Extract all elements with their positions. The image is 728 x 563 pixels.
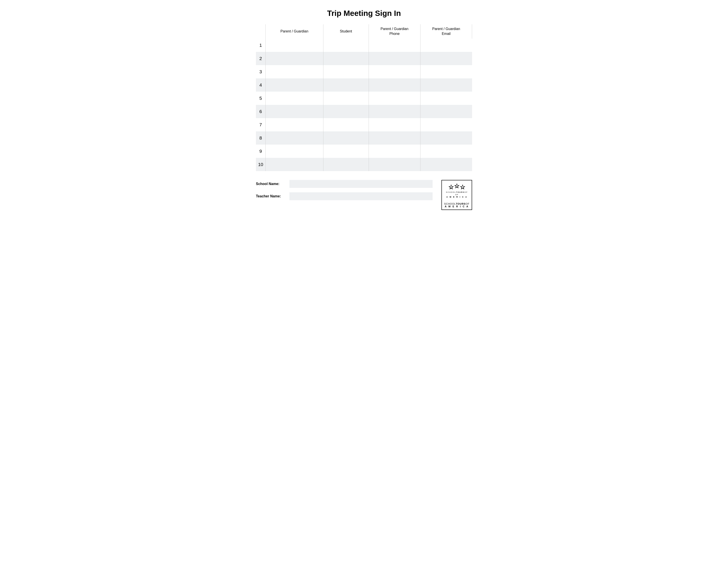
row-number: 5	[256, 92, 266, 105]
student-cell	[323, 105, 369, 118]
teacher-field: Teacher Name:	[256, 192, 433, 200]
header-num	[256, 24, 266, 39]
guardian-cell	[266, 158, 323, 171]
phone-cell	[369, 52, 420, 65]
email-cell	[420, 105, 472, 118]
row-number: 8	[256, 131, 266, 145]
email-cell	[420, 65, 472, 78]
student-cell	[323, 131, 369, 145]
teacher-input[interactable]	[289, 192, 433, 200]
table-row: 5	[256, 92, 472, 105]
header-email: Parent / GuardianEmail	[420, 24, 472, 39]
guardian-cell	[266, 118, 323, 131]
logo: SCHOOLTOURSOF OF A M E R I C A SCHOOLTOU…	[441, 180, 472, 210]
svg-text:A M E R I C A: A M E R I C A	[446, 196, 467, 198]
table-row: 8	[256, 131, 472, 145]
row-number: 1	[256, 39, 266, 52]
svg-text:SCHOOLTOURSOF: SCHOOLTOURSOF	[446, 191, 468, 193]
row-number: 10	[256, 158, 266, 171]
student-cell	[323, 65, 369, 78]
table-row: 9	[256, 145, 472, 158]
email-cell	[420, 145, 472, 158]
student-cell	[323, 158, 369, 171]
page-title: Trip Meeting Sign In	[256, 9, 472, 18]
phone-cell	[369, 158, 420, 171]
phone-cell	[369, 65, 420, 78]
email-cell	[420, 158, 472, 171]
table-row: 6	[256, 105, 472, 118]
guardian-cell	[266, 78, 323, 92]
student-cell	[323, 39, 369, 52]
table-row: 4	[256, 78, 472, 92]
email-cell	[420, 52, 472, 65]
email-cell	[420, 131, 472, 145]
sign-in-table: Parent / Guardian Student Parent / Guard…	[256, 24, 472, 171]
school-input[interactable]	[289, 180, 433, 188]
phone-cell	[369, 131, 420, 145]
logo-text: SCHOOLTOURSOF A M E R I C A	[444, 202, 469, 208]
guardian-cell	[266, 52, 323, 65]
row-number: 2	[256, 52, 266, 65]
guardian-cell	[266, 145, 323, 158]
student-cell	[323, 118, 369, 131]
guardian-cell	[266, 92, 323, 105]
header-phone: Parent / GuardianPhone	[369, 24, 420, 39]
row-number: 6	[256, 105, 266, 118]
school-label: School Name:	[256, 182, 287, 186]
phone-cell	[369, 39, 420, 52]
header-student: Student	[323, 24, 369, 39]
row-number: 3	[256, 65, 266, 78]
phone-cell	[369, 78, 420, 92]
student-cell	[323, 52, 369, 65]
guardian-cell	[266, 39, 323, 52]
header-guardian: Parent / Guardian	[266, 24, 323, 39]
email-cell	[420, 39, 472, 52]
table-row: 3	[256, 65, 472, 78]
guardian-cell	[266, 65, 323, 78]
table-row: 7	[256, 118, 472, 131]
guardian-cell	[266, 131, 323, 145]
email-cell	[420, 78, 472, 92]
school-field: School Name:	[256, 180, 433, 188]
student-cell	[323, 92, 369, 105]
table-row: 1	[256, 39, 472, 52]
phone-cell	[369, 118, 420, 131]
row-number: 7	[256, 118, 266, 131]
row-number: 4	[256, 78, 266, 92]
table-row: 2	[256, 52, 472, 65]
phone-cell	[369, 92, 420, 105]
svg-text:OF: OF	[455, 194, 458, 195]
footer-section: School Name: Teacher Name:	[256, 180, 472, 210]
logo-svg: SCHOOLTOURSOF OF A M E R I C A	[446, 182, 468, 202]
student-cell	[323, 145, 369, 158]
phone-cell	[369, 145, 420, 158]
footer-fields: School Name: Teacher Name:	[256, 180, 441, 205]
guardian-cell	[266, 105, 323, 118]
row-number: 9	[256, 145, 266, 158]
table-row: 10	[256, 158, 472, 171]
student-cell	[323, 78, 369, 92]
phone-cell	[369, 105, 420, 118]
table-header-row: Parent / Guardian Student Parent / Guard…	[256, 24, 472, 39]
email-cell	[420, 92, 472, 105]
email-cell	[420, 118, 472, 131]
teacher-label: Teacher Name:	[256, 194, 287, 198]
